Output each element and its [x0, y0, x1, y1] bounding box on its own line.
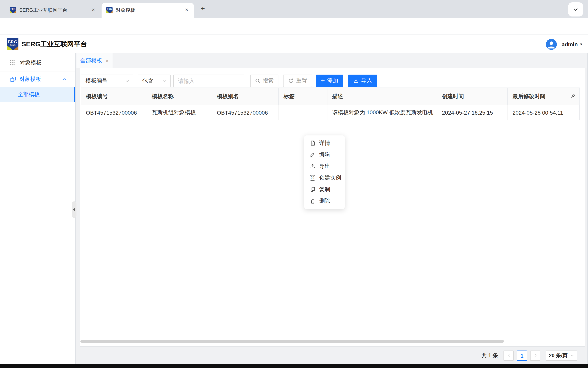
prev-page-button[interactable] [503, 350, 514, 360]
export-icon [309, 163, 316, 170]
column-header: 描述 [327, 88, 437, 105]
sidebar-subitem-label: 全部模板 [18, 91, 40, 98]
sidebar-app-label: 对象模板 [20, 59, 42, 66]
menu-item-export[interactable]: 导出 [304, 161, 345, 172]
chevron-up-icon[interactable] [62, 77, 67, 82]
user-avatar-icon [546, 39, 557, 50]
import-icon [353, 78, 359, 84]
sidebar-item-label: 对象模板 [19, 76, 41, 83]
cell-description: 该模板对象为 1000KW 低浓度瓦斯发电机... [327, 105, 437, 120]
chevron-down-icon [162, 79, 167, 83]
browser-toolbar: https://serg.mixyun.com/mixapplication/#… [0, 18, 588, 35]
menu-item-edit[interactable]: 编辑 [304, 149, 345, 161]
favicon: ERG [106, 7, 113, 13]
table-header-row: 模板编号 模板名称 模板别名 标签 描述 创建时间 最后修改时间 [81, 88, 579, 105]
sidebar-item-object-template[interactable]: 对象模板 [0, 72, 75, 87]
table-row[interactable]: OBT4571532700006 瓦斯机组对象模板 OBT45715327000… [81, 105, 579, 120]
page-tab-close-icon[interactable]: × [106, 58, 109, 63]
search-button[interactable]: 搜索 [250, 74, 278, 87]
file-icon [309, 140, 316, 147]
search-icon [255, 78, 260, 84]
app-grid-icon [10, 60, 15, 65]
menu-item-copy[interactable]: 复制 [304, 184, 345, 195]
cell-template-name: 瓦斯机组对象模板 [147, 105, 212, 120]
import-button[interactable]: 导入 [348, 74, 377, 87]
pin-icon[interactable] [569, 93, 576, 99]
row-context-menu: 详情 编辑 导出 ⌘ 创 [304, 135, 345, 209]
sidebar-item-all-templates[interactable]: 全部模板 [0, 87, 75, 102]
tab-search-button[interactable] [568, 2, 583, 17]
copy-icon [309, 186, 316, 193]
cell-created-time: 2024-05-27 16:25:15 [437, 105, 508, 120]
operator-select[interactable]: 包含 [138, 74, 171, 87]
pencil-icon [309, 152, 316, 158]
cell-template-code: OBT4571532700006 [81, 105, 147, 120]
page-tabbar: 全部模板 × [76, 53, 587, 68]
user-name: admin [562, 41, 578, 47]
page-tab-label: 全部模板 [80, 57, 102, 64]
column-header: 模板编号 [81, 88, 147, 105]
browser-window: ERG SERG工业互联网平台 × ERG 对象模板 × + [0, 0, 588, 368]
user-menu[interactable]: admin ▾ [546, 38, 582, 50]
chevron-down-icon [573, 7, 578, 12]
add-button[interactable]: + 添加 [316, 74, 343, 87]
template-table: 模板编号 模板名称 模板别名 标签 描述 创建时间 最后修改时间 OBT4571… [81, 88, 579, 120]
browser-tab-object-template[interactable]: ERG 对象模板 × [102, 3, 194, 18]
column-header: 模板别名 [212, 88, 279, 105]
chevron-down-icon [570, 353, 574, 357]
reset-icon [288, 78, 294, 84]
column-header: 创建时间 [437, 88, 508, 105]
reset-button[interactable]: 重置 [283, 74, 312, 87]
cell-tags [279, 105, 327, 120]
page-tab-all-templates[interactable]: 全部模板 × [77, 53, 113, 68]
menu-item-delete[interactable]: 删除 [304, 195, 345, 207]
cell-template-alias: OBT4571532700006 [212, 105, 279, 120]
template-list-panel: 模板编号 包含 搜索 [80, 68, 585, 347]
pagination-bar: 共 1 条 1 20 条/页 [76, 347, 587, 364]
collapse-arrow-icon [73, 208, 75, 212]
column-header: 模板名称 [147, 88, 212, 105]
tab-close-icon[interactable]: × [183, 7, 190, 14]
command-icon: ⌘ [309, 175, 316, 181]
chevron-down-icon [125, 79, 129, 83]
total-count: 共 1 条 [482, 352, 498, 359]
chevron-left-icon [506, 353, 511, 358]
column-header: 最后修改时间 [508, 88, 579, 105]
sidebar: 对象模板 对象模板 全部模板 [0, 53, 75, 364]
browser-tab-title: SERG工业互联网平台 [19, 7, 90, 14]
tab-close-icon[interactable]: × [90, 7, 97, 14]
filter-value-field [173, 74, 244, 87]
field-select[interactable]: 模板编号 [81, 74, 133, 87]
new-tab-button[interactable]: + [197, 4, 208, 15]
next-page-button[interactable] [530, 350, 540, 360]
plus-icon: + [321, 77, 325, 84]
app-logo: ERG Sample [7, 38, 18, 50]
horizontal-scrollbar[interactable] [80, 340, 504, 343]
sidebar-collapse-handle[interactable] [72, 201, 77, 218]
menu-item-create-instance[interactable]: ⌘ 创建实例 [304, 172, 345, 184]
favicon: ERG [10, 7, 16, 13]
browser-tab-serg-platform[interactable]: ERG SERG工业互联网平台 × [5, 3, 101, 18]
chevron-right-icon [533, 353, 537, 358]
window-bottom-edge [0, 364, 588, 368]
clone-squares-icon [10, 76, 17, 83]
browser-tabstrip: ERG SERG工业互联网平台 × ERG 对象模板 × + [0, 0, 588, 18]
selected-indicator [73, 87, 75, 102]
trash-icon [309, 198, 316, 204]
app-title: SERG工业互联网平台 [22, 40, 87, 49]
sidebar-app-switcher[interactable]: 对象模板 [0, 53, 75, 72]
page-number-button[interactable]: 1 [517, 350, 527, 360]
cell-modified-time: 2024-05-28 00:54:11 [508, 105, 579, 120]
browser-tab-title: 对象模板 [116, 7, 183, 14]
page-size-select[interactable]: 20 条/页 [546, 350, 577, 360]
filter-value-input[interactable] [178, 78, 237, 84]
menu-item-detail[interactable]: 详情 [304, 137, 345, 149]
content-area: 全部模板 × 模板编号 包含 [76, 53, 587, 364]
app-header: ERG Sample SERG工业互联网平台 admin ▾ [0, 35, 588, 53]
caret-down-icon: ▾ [580, 42, 582, 46]
column-header: 标签 [279, 88, 327, 105]
